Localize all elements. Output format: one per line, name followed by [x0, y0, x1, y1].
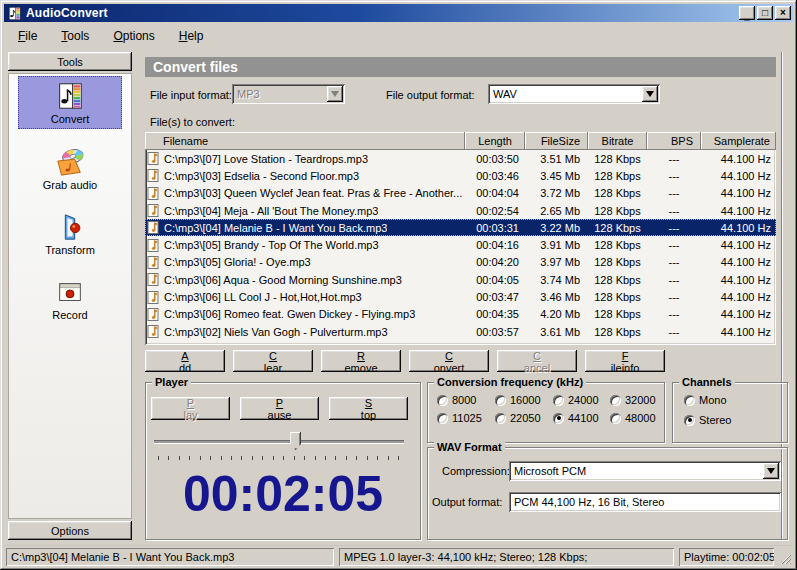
freq-44100-radio[interactable]: 44100 [553, 412, 610, 424]
clear-button[interactable]: Clear [233, 350, 313, 372]
column-header-filesize[interactable]: FileSize [525, 132, 588, 150]
freq-16000-radio[interactable]: 16000 [495, 394, 553, 406]
input-format-select[interactable]: MP3 [232, 84, 345, 104]
cell-samplerate: 44.100 Hz [701, 254, 776, 271]
table-row[interactable]: C:\mp3\[03] Edselia - Second Floor.mp300… [145, 167, 776, 184]
table-row[interactable]: C:\mp3\[06] LL Cool J - Hot,Hot,Hot.mp30… [145, 288, 776, 305]
resize-grip[interactable] [777, 551, 791, 565]
table-row[interactable]: C:\mp3\[05] Gloria! - Oye.mp300:04:203.9… [145, 254, 776, 271]
channel-mono-radio[interactable]: Mono [684, 394, 731, 406]
audio-file-icon [147, 325, 160, 338]
cell-filesize: 3.46 Mb [525, 288, 588, 305]
cell-filesize: 3.72 Mb [525, 185, 588, 202]
tick-mark [200, 456, 201, 460]
sidebar-item-transform[interactable]: Transform [9, 209, 131, 259]
cell-filesize: 2.65 Mb [525, 202, 588, 219]
tick-mark [273, 456, 274, 460]
output-format-field[interactable]: PCM 44,100 Hz, 16 Bit, Stereo [509, 492, 781, 512]
cell-filename: C:\mp3\[02] Niels Van Gogh - Pulverturm.… [145, 323, 465, 340]
cell-samplerate: 44.100 Hz [701, 202, 776, 219]
tick-mark [210, 456, 211, 460]
table-row[interactable]: C:\mp3\[03] Queen Wyclef Jean feat. Pras… [145, 185, 776, 202]
chevron-down-icon[interactable] [642, 86, 658, 102]
audio-file-icon [147, 169, 160, 182]
frequency-group-title: Conversion frequency (kHz) [434, 376, 586, 388]
table-row[interactable]: C:\mp3\[07] Love Station - Teardrops.mp3… [145, 150, 776, 167]
table-row[interactable]: C:\mp3\[02] Niels Van Gogh - Pulverturm.… [145, 323, 776, 340]
menu-options[interactable]: Options [105, 27, 162, 45]
tick-mark [252, 456, 253, 460]
tick-mark [189, 456, 190, 460]
freq-32000-radio[interactable]: 32000 [610, 394, 668, 406]
seek-slider-thumb[interactable] [290, 432, 301, 450]
transform-icon [55, 212, 85, 242]
tick-mark [294, 456, 295, 460]
tick-mark [346, 456, 347, 460]
channel-stereo-radio[interactable]: Stereo [684, 414, 731, 426]
menu-file[interactable]: File [10, 27, 45, 45]
column-header-bps[interactable]: BPS [647, 132, 701, 150]
cell-bps: --- [647, 150, 701, 167]
maximize-button[interactable]: □ [757, 6, 773, 20]
sidebar-header-tools[interactable]: Tools [8, 52, 132, 71]
cell-samplerate: 44.100 Hz [701, 236, 776, 253]
table-row[interactable]: C:\mp3\[05] Brandy - Top Of The World.mp… [145, 236, 776, 253]
add-button[interactable]: Add [145, 350, 225, 372]
column-header-samplerate[interactable]: Samplerate [701, 132, 776, 150]
play-button[interactable]: Play [151, 397, 230, 420]
minimize-button[interactable]: _ [739, 6, 755, 20]
chevron-down-icon[interactable] [327, 86, 343, 102]
chevron-down-icon[interactable] [763, 463, 779, 479]
cell-bps: --- [647, 323, 701, 340]
pause-button[interactable]: Pause [240, 397, 319, 420]
input-format-label: File input format: [150, 89, 232, 101]
sidebar-footer-options[interactable]: Options [8, 521, 132, 540]
freq-48000-radio[interactable]: 48000 [610, 412, 668, 424]
compression-label: Compression: [442, 465, 510, 477]
freq-8000-radio[interactable]: 8000 [437, 394, 495, 406]
remove-button[interactable]: Remove [321, 350, 401, 372]
freq-11025-radio[interactable]: 11025 [437, 412, 495, 424]
table-row[interactable]: C:\mp3\[04] Melanie B - I Want You Back.… [145, 219, 776, 236]
column-header-bitrate[interactable]: Bitrate [588, 132, 647, 150]
table-row[interactable]: C:\mp3\[04] Meja - All 'Bout The Money.m… [145, 202, 776, 219]
cell-length: 00:02:54 [465, 202, 525, 219]
freq-22050-radio[interactable]: 22050 [495, 412, 553, 424]
column-header-filename[interactable]: Filename [145, 132, 465, 150]
cell-bps: --- [647, 167, 701, 184]
menu-help[interactable]: Help [171, 27, 212, 45]
cell-samplerate: 44.100 Hz [701, 185, 776, 202]
title-bar[interactable]: AudioConvert _ □ × [4, 4, 793, 22]
tick-mark [304, 456, 305, 460]
cell-samplerate: 44.100 Hz [701, 271, 776, 288]
cell-filename: C:\mp3\[03] Queen Wyclef Jean feat. Pras… [145, 185, 465, 202]
close-button[interactable]: × [775, 6, 791, 20]
cell-bps: --- [647, 288, 701, 305]
audio-file-icon [147, 239, 160, 252]
output-format-field-value: PCM 44,100 Hz, 16 Bit, Stereo [514, 496, 664, 508]
freq-24000-radio[interactable]: 24000 [553, 394, 610, 406]
stop-button[interactable]: Stop [329, 397, 408, 420]
convert-button[interactable]: Convert [409, 350, 489, 372]
record-icon [55, 277, 85, 307]
audio-file-icon [147, 308, 160, 321]
output-format-select[interactable]: WAV [488, 84, 660, 104]
sidebar-item-convert[interactable]: Convert [18, 76, 122, 129]
cancel-button[interactable]: Cancel [497, 350, 577, 372]
seek-slider-track[interactable] [154, 440, 404, 444]
cell-bitrate: 128 Kbps [588, 185, 647, 202]
wav-format-group: WAV Format Compression: Microsoft PCM Ou… [427, 447, 788, 540]
table-row[interactable]: C:\mp3\[06] Romeo feat. Gwen Dickey - Fl… [145, 306, 776, 323]
audio-file-icon [147, 187, 160, 200]
menu-tools[interactable]: Tools [53, 27, 97, 45]
table-row[interactable]: C:\mp3\[06] Aqua - Good Morning Sunshine… [145, 271, 776, 288]
sidebar-item-record[interactable]: Record [9, 274, 131, 324]
file-list[interactable]: FilenameLengthFileSizeBitrateBPSSamplera… [145, 132, 776, 345]
tick-mark [335, 456, 336, 460]
compression-select[interactable]: Microsoft PCM [509, 461, 781, 481]
column-header-length[interactable]: Length [465, 132, 525, 150]
cell-bitrate: 128 Kbps [588, 236, 647, 253]
fileinfo-button[interactable]: Fileinfo [585, 350, 665, 372]
sidebar-item-grab-audio[interactable]: Grab audio [9, 144, 131, 194]
cell-length: 00:04:35 [465, 306, 525, 323]
